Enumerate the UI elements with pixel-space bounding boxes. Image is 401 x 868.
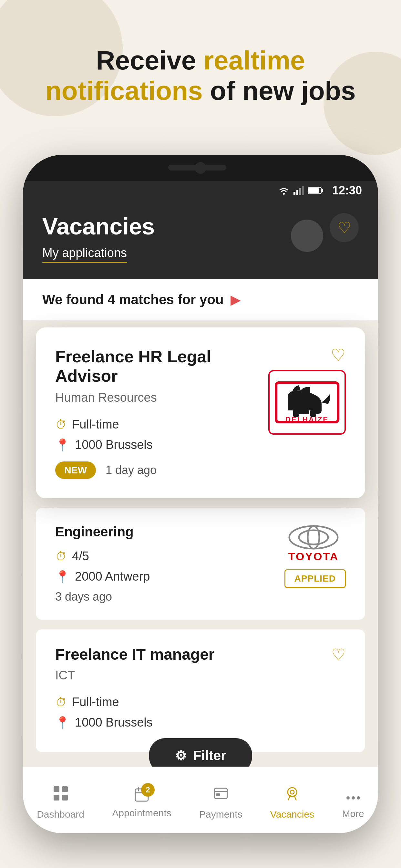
location-icon: 📍 (55, 438, 70, 452)
nav-item-payments[interactable]: Payments (199, 785, 242, 820)
dashboard-label: Dashboard (37, 809, 84, 820)
wifi-icon (278, 186, 289, 195)
delhaize-logo: DELHAIZE (268, 370, 346, 435)
new-badge: NEW (55, 461, 96, 479)
svg-rect-6 (308, 188, 319, 193)
bottom-navigation: Dashboard 2 Appointments (23, 767, 378, 833)
location-icon-2: 📍 (55, 570, 70, 584)
match-banner: We found 4 matches for you ▶ (23, 279, 378, 321)
svg-rect-19 (62, 795, 68, 801)
third-job-category: ICT (55, 669, 331, 682)
payments-label: Payments (199, 809, 242, 820)
more-label: More (342, 808, 364, 819)
third-heart-button[interactable]: ♡ (331, 646, 346, 664)
status-icons (278, 186, 324, 195)
svg-point-28 (290, 790, 294, 794)
featured-heart-button[interactable]: ♡ (331, 347, 346, 364)
phone-mockup: 12:30 Vacancies My applications ♡ We fou… (23, 155, 378, 833)
svg-point-27 (288, 787, 297, 797)
dashboard-icon (52, 785, 69, 806)
svg-text:DELHAIZE: DELHAIZE (285, 415, 329, 423)
svg-point-0 (283, 193, 285, 195)
more-icon (345, 786, 362, 805)
hero-line1: Receive realtime (96, 45, 305, 75)
clock-icon-2: ⏱ (55, 550, 67, 563)
status-time: 12:30 (332, 184, 362, 197)
nav-item-more[interactable]: More (342, 786, 364, 819)
hero-section: Receive realtime notifications of new jo… (0, 45, 401, 106)
featured-job-type-row: ⏱ Full-time (55, 417, 268, 431)
favorites-button[interactable]: ♡ (330, 213, 359, 242)
second-job-location-row: 📍 2000 Antwerp (55, 569, 150, 584)
svg-rect-3 (299, 188, 301, 195)
heart-icon: ♡ (337, 219, 351, 237)
vacancies-label: Vacancies (270, 809, 314, 820)
status-bar: 12:30 (23, 181, 378, 200)
svg-point-31 (357, 796, 360, 800)
featured-job-category: Human Resources (55, 391, 268, 405)
filter-icon: ⚙ (175, 748, 187, 763)
third-job-type-row: ⏱ Full-time (55, 695, 331, 709)
hero-title: Receive realtime notifications of new jo… (19, 45, 382, 106)
clock-icon: ⏱ (55, 418, 67, 431)
svg-rect-26 (216, 794, 220, 796)
appointments-badge: 2 (141, 783, 155, 797)
svg-rect-17 (62, 786, 68, 792)
location-icon-3: 📍 (55, 716, 70, 730)
hero-normal-2: of new jobs (210, 76, 356, 105)
app-header-subtitle: My applications (42, 246, 127, 263)
second-job-category: Engineering (55, 524, 150, 539)
signal-icon (294, 186, 304, 195)
phone-notch (23, 155, 378, 181)
svg-rect-1 (294, 192, 296, 195)
second-time-ago: 3 days ago (55, 590, 112, 603)
appointments-icon-wrapper: 2 (133, 786, 150, 804)
app-header: Vacancies My applications ♡ (23, 200, 378, 279)
phone-camera (195, 162, 206, 174)
payments-icon (212, 785, 229, 806)
nav-item-vacancies[interactable]: Vacancies (270, 785, 314, 820)
battery-icon (308, 186, 324, 195)
featured-job-location-row: 📍 1000 Brussels (55, 438, 268, 452)
svg-point-14 (299, 530, 328, 545)
svg-rect-7 (321, 189, 323, 192)
second-job-card[interactable]: Engineering ⏱ 4/5 📍 2000 Antwerp 3 days … (36, 508, 365, 620)
toyota-brand-text: TOYOTA (288, 550, 339, 563)
svg-rect-4 (302, 186, 304, 195)
clock-icon-3: ⏱ (55, 695, 67, 709)
svg-point-30 (351, 796, 355, 800)
svg-point-29 (346, 796, 350, 800)
featured-job-title: Freelance HR Legal Advisor (55, 347, 268, 385)
user-avatar[interactable] (291, 220, 323, 252)
second-job-schedule-row: ⏱ 4/5 (55, 549, 150, 563)
svg-rect-16 (54, 786, 59, 792)
svg-rect-18 (54, 795, 59, 801)
third-job-title: Freelance IT manager (55, 646, 331, 663)
nav-item-appointments[interactable]: 2 Appointments (112, 786, 171, 818)
featured-job-card[interactable]: Freelance HR Legal Advisor Human Resourc… (36, 328, 365, 498)
appointments-label: Appointments (112, 808, 171, 818)
hero-highlight-2: notifications (45, 76, 203, 105)
nav-item-dashboard[interactable]: Dashboard (37, 785, 84, 820)
toyota-logo: TOYOTA (281, 524, 346, 563)
vacancies-icon (284, 785, 301, 806)
featured-job-footer: NEW 1 day ago (55, 461, 268, 479)
applied-badge: APPLIED (284, 569, 346, 588)
third-job-location-row: 📍 1000 Brussels (55, 716, 331, 730)
featured-time-ago: 1 day ago (105, 463, 157, 477)
svg-rect-2 (297, 190, 298, 195)
third-job-card[interactable]: Freelance IT manager ICT ⏱ Full-time 📍 1… (36, 629, 365, 752)
app-content: We found 4 matches for you ▶ Freelance H… (23, 279, 378, 833)
